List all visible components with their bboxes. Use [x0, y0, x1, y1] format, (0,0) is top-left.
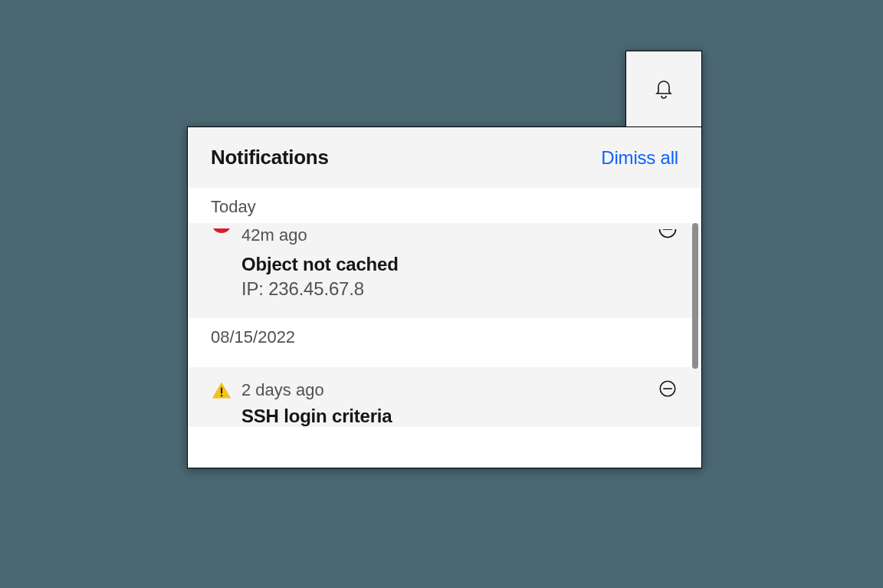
svg-point-0 — [660, 229, 676, 238]
notifications-popover: Notifications Dimiss all Today 42m ago — [187, 51, 702, 393]
warning-icon — [211, 379, 232, 401]
error-icon — [211, 225, 232, 246]
notification-title: Object not cached — [241, 254, 678, 275]
subtract-icon — [657, 229, 678, 240]
notifications-scroll[interactable]: Today 42m ago — [188, 188, 701, 467]
date-group-label: Today — [188, 188, 701, 223]
dismiss-notification-button[interactable] — [657, 379, 678, 401]
panel-header: Notifications Dimiss all — [188, 127, 701, 188]
dismiss-all-link[interactable]: Dimiss all — [601, 147, 678, 169]
notification-item[interactable]: 2 days ago SSH login criteria — [188, 367, 701, 427]
notification-title: SSH login criteria — [241, 406, 678, 427]
notification-item[interactable]: 42m ago Object not cached IP: 236.45.67.… — [188, 223, 701, 318]
notification-subtitle: IP: 236.45.67.8 — [241, 278, 678, 300]
bell-icon — [652, 76, 676, 103]
panel-title: Notifications — [211, 146, 329, 169]
svg-rect-3 — [221, 395, 222, 396]
notifications-panel: Notifications Dimiss all Today 42m ago — [187, 126, 702, 468]
scrollbar-thumb[interactable] — [692, 223, 698, 369]
date-group-label: 08/15/2022 — [188, 318, 701, 353]
dismiss-notification-button[interactable] — [657, 229, 678, 241]
subtract-icon — [658, 379, 678, 402]
svg-rect-2 — [221, 388, 222, 394]
bell-tab[interactable] — [625, 51, 702, 127]
notification-time: 2 days ago — [241, 380, 324, 400]
notification-time: 42m ago — [241, 225, 307, 245]
